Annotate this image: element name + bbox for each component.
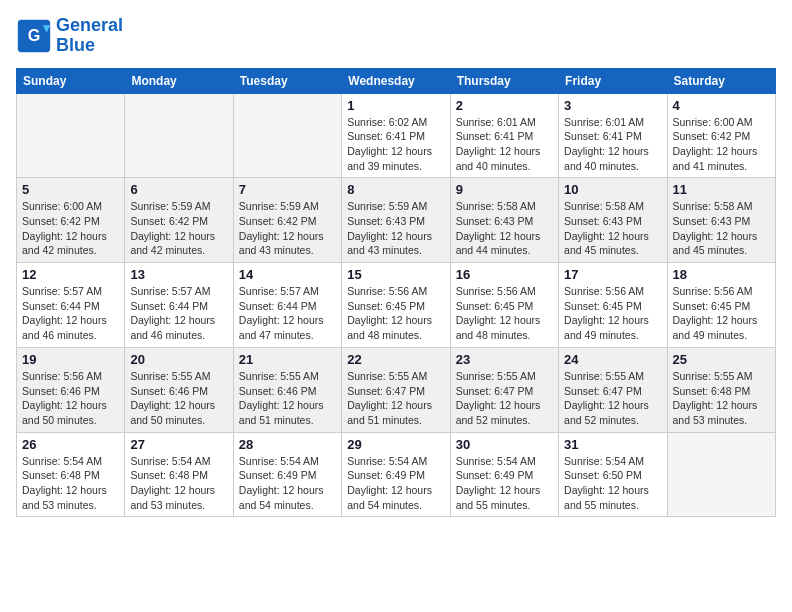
calendar-week-4: 19Sunrise: 5:56 AMSunset: 6:46 PMDayligh…: [17, 347, 776, 432]
day-info: Sunrise: 5:55 AMSunset: 6:47 PMDaylight:…: [347, 369, 444, 428]
calendar-day-cell: [17, 93, 125, 178]
day-info: Sunrise: 5:55 AMSunset: 6:46 PMDaylight:…: [239, 369, 336, 428]
day-number: 14: [239, 267, 336, 282]
calendar-table: SundayMondayTuesdayWednesdayThursdayFrid…: [16, 68, 776, 518]
day-info: Sunrise: 5:55 AMSunset: 6:48 PMDaylight:…: [673, 369, 770, 428]
calendar-day-cell: 5Sunrise: 6:00 AMSunset: 6:42 PMDaylight…: [17, 178, 125, 263]
day-number: 27: [130, 437, 227, 452]
calendar-day-cell: 9Sunrise: 5:58 AMSunset: 6:43 PMDaylight…: [450, 178, 558, 263]
calendar-day-cell: 17Sunrise: 5:56 AMSunset: 6:45 PMDayligh…: [559, 263, 667, 348]
weekday-header-thursday: Thursday: [450, 68, 558, 93]
calendar-day-cell: [667, 432, 775, 517]
page-header: G General Blue: [16, 16, 776, 56]
day-number: 19: [22, 352, 119, 367]
calendar-day-cell: 29Sunrise: 5:54 AMSunset: 6:49 PMDayligh…: [342, 432, 450, 517]
calendar-day-cell: 23Sunrise: 5:55 AMSunset: 6:47 PMDayligh…: [450, 347, 558, 432]
day-number: 24: [564, 352, 661, 367]
calendar-day-cell: 3Sunrise: 6:01 AMSunset: 6:41 PMDaylight…: [559, 93, 667, 178]
weekday-header-friday: Friday: [559, 68, 667, 93]
day-info: Sunrise: 5:59 AMSunset: 6:42 PMDaylight:…: [130, 199, 227, 258]
calendar-day-cell: 30Sunrise: 5:54 AMSunset: 6:49 PMDayligh…: [450, 432, 558, 517]
day-info: Sunrise: 5:57 AMSunset: 6:44 PMDaylight:…: [22, 284, 119, 343]
day-info: Sunrise: 5:56 AMSunset: 6:45 PMDaylight:…: [456, 284, 553, 343]
calendar-day-cell: 6Sunrise: 5:59 AMSunset: 6:42 PMDaylight…: [125, 178, 233, 263]
calendar-day-cell: 10Sunrise: 5:58 AMSunset: 6:43 PMDayligh…: [559, 178, 667, 263]
calendar-day-cell: 24Sunrise: 5:55 AMSunset: 6:47 PMDayligh…: [559, 347, 667, 432]
day-number: 10: [564, 182, 661, 197]
day-number: 15: [347, 267, 444, 282]
day-info: Sunrise: 5:58 AMSunset: 6:43 PMDaylight:…: [456, 199, 553, 258]
day-number: 16: [456, 267, 553, 282]
day-info: Sunrise: 5:56 AMSunset: 6:45 PMDaylight:…: [347, 284, 444, 343]
day-number: 8: [347, 182, 444, 197]
day-number: 13: [130, 267, 227, 282]
calendar-week-3: 12Sunrise: 5:57 AMSunset: 6:44 PMDayligh…: [17, 263, 776, 348]
day-number: 23: [456, 352, 553, 367]
calendar-day-cell: 22Sunrise: 5:55 AMSunset: 6:47 PMDayligh…: [342, 347, 450, 432]
day-number: 4: [673, 98, 770, 113]
day-info: Sunrise: 6:01 AMSunset: 6:41 PMDaylight:…: [456, 115, 553, 174]
day-number: 7: [239, 182, 336, 197]
calendar-day-cell: 31Sunrise: 5:54 AMSunset: 6:50 PMDayligh…: [559, 432, 667, 517]
calendar-week-1: 1Sunrise: 6:02 AMSunset: 6:41 PMDaylight…: [17, 93, 776, 178]
calendar-day-cell: 20Sunrise: 5:55 AMSunset: 6:46 PMDayligh…: [125, 347, 233, 432]
calendar-day-cell: 27Sunrise: 5:54 AMSunset: 6:48 PMDayligh…: [125, 432, 233, 517]
day-info: Sunrise: 6:00 AMSunset: 6:42 PMDaylight:…: [22, 199, 119, 258]
day-info: Sunrise: 5:54 AMSunset: 6:48 PMDaylight:…: [130, 454, 227, 513]
weekday-header-row: SundayMondayTuesdayWednesdayThursdayFrid…: [17, 68, 776, 93]
day-info: Sunrise: 5:56 AMSunset: 6:45 PMDaylight:…: [564, 284, 661, 343]
day-info: Sunrise: 5:57 AMSunset: 6:44 PMDaylight:…: [130, 284, 227, 343]
weekday-header-tuesday: Tuesday: [233, 68, 341, 93]
day-number: 3: [564, 98, 661, 113]
day-info: Sunrise: 5:57 AMSunset: 6:44 PMDaylight:…: [239, 284, 336, 343]
calendar-week-5: 26Sunrise: 5:54 AMSunset: 6:48 PMDayligh…: [17, 432, 776, 517]
day-number: 1: [347, 98, 444, 113]
day-info: Sunrise: 5:55 AMSunset: 6:47 PMDaylight:…: [564, 369, 661, 428]
day-number: 25: [673, 352, 770, 367]
svg-text:G: G: [28, 26, 41, 44]
day-number: 29: [347, 437, 444, 452]
day-number: 21: [239, 352, 336, 367]
calendar-day-cell: 7Sunrise: 5:59 AMSunset: 6:42 PMDaylight…: [233, 178, 341, 263]
calendar-day-cell: 13Sunrise: 5:57 AMSunset: 6:44 PMDayligh…: [125, 263, 233, 348]
day-info: Sunrise: 5:55 AMSunset: 6:47 PMDaylight:…: [456, 369, 553, 428]
weekday-header-sunday: Sunday: [17, 68, 125, 93]
day-info: Sunrise: 6:02 AMSunset: 6:41 PMDaylight:…: [347, 115, 444, 174]
calendar-day-cell: 18Sunrise: 5:56 AMSunset: 6:45 PMDayligh…: [667, 263, 775, 348]
day-number: 22: [347, 352, 444, 367]
day-number: 26: [22, 437, 119, 452]
day-number: 18: [673, 267, 770, 282]
calendar-day-cell: [125, 93, 233, 178]
calendar-day-cell: 19Sunrise: 5:56 AMSunset: 6:46 PMDayligh…: [17, 347, 125, 432]
day-info: Sunrise: 5:58 AMSunset: 6:43 PMDaylight:…: [564, 199, 661, 258]
day-info: Sunrise: 5:55 AMSunset: 6:46 PMDaylight:…: [130, 369, 227, 428]
day-number: 2: [456, 98, 553, 113]
day-number: 20: [130, 352, 227, 367]
calendar-day-cell: 2Sunrise: 6:01 AMSunset: 6:41 PMDaylight…: [450, 93, 558, 178]
day-number: 12: [22, 267, 119, 282]
day-info: Sunrise: 5:54 AMSunset: 6:49 PMDaylight:…: [456, 454, 553, 513]
calendar-day-cell: 26Sunrise: 5:54 AMSunset: 6:48 PMDayligh…: [17, 432, 125, 517]
day-info: Sunrise: 5:59 AMSunset: 6:43 PMDaylight:…: [347, 199, 444, 258]
logo: G General Blue: [16, 16, 123, 56]
day-info: Sunrise: 5:56 AMSunset: 6:45 PMDaylight:…: [673, 284, 770, 343]
day-number: 5: [22, 182, 119, 197]
calendar-day-cell: [233, 93, 341, 178]
calendar-day-cell: 16Sunrise: 5:56 AMSunset: 6:45 PMDayligh…: [450, 263, 558, 348]
calendar-day-cell: 25Sunrise: 5:55 AMSunset: 6:48 PMDayligh…: [667, 347, 775, 432]
day-info: Sunrise: 5:54 AMSunset: 6:48 PMDaylight:…: [22, 454, 119, 513]
day-number: 11: [673, 182, 770, 197]
day-info: Sunrise: 6:00 AMSunset: 6:42 PMDaylight:…: [673, 115, 770, 174]
calendar-day-cell: 4Sunrise: 6:00 AMSunset: 6:42 PMDaylight…: [667, 93, 775, 178]
day-info: Sunrise: 5:54 AMSunset: 6:49 PMDaylight:…: [347, 454, 444, 513]
day-number: 31: [564, 437, 661, 452]
calendar-day-cell: 8Sunrise: 5:59 AMSunset: 6:43 PMDaylight…: [342, 178, 450, 263]
calendar-day-cell: 15Sunrise: 5:56 AMSunset: 6:45 PMDayligh…: [342, 263, 450, 348]
calendar-week-2: 5Sunrise: 6:00 AMSunset: 6:42 PMDaylight…: [17, 178, 776, 263]
calendar-day-cell: 28Sunrise: 5:54 AMSunset: 6:49 PMDayligh…: [233, 432, 341, 517]
day-number: 6: [130, 182, 227, 197]
day-info: Sunrise: 5:56 AMSunset: 6:46 PMDaylight:…: [22, 369, 119, 428]
weekday-header-monday: Monday: [125, 68, 233, 93]
calendar-day-cell: 11Sunrise: 5:58 AMSunset: 6:43 PMDayligh…: [667, 178, 775, 263]
logo-text: General Blue: [56, 16, 123, 56]
